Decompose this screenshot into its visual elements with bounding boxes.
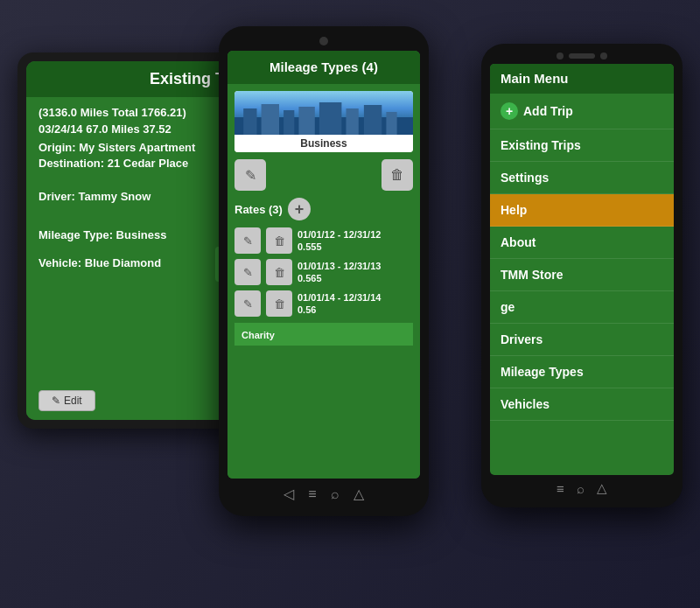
- camera-dot-icon: [556, 52, 564, 59]
- rate-item-3: ✎ 🗑 01/01/14 - 12/31/14 0.56: [234, 290, 413, 317]
- svg-rect-9: [243, 108, 256, 135]
- edit-mileage-button[interactable]: ✎: [234, 159, 266, 191]
- phone-right-screen: Main Menu + Add Trip Existing Trips Sett…: [490, 64, 674, 475]
- rates-label: Rates (3): [234, 203, 283, 216]
- business-label: Business: [234, 135, 413, 152]
- speaker-icon: [569, 53, 595, 59]
- delete-rate2-button[interactable]: 🗑: [266, 259, 292, 285]
- edit-label: Edit: [64, 395, 82, 407]
- rate2-text: 01/01/13 - 12/31/13 0.565: [298, 260, 381, 285]
- right-menu-icon[interactable]: ≡: [556, 481, 564, 496]
- phone-center-body: Business ✎ 🗑 Rates (3) + ✎ 🗑 01/01: [228, 84, 420, 479]
- menu-item-about[interactable]: About: [490, 227, 674, 259]
- menu-help-label: Help: [500, 203, 527, 217]
- svg-rect-12: [298, 107, 314, 135]
- edit-rate1-button[interactable]: ✎: [234, 227, 261, 254]
- delete-rate3-button[interactable]: 🗑: [266, 290, 292, 317]
- rate1-value: 0.555: [298, 241, 381, 253]
- delete-rate1-button[interactable]: 🗑: [266, 227, 292, 254]
- tablet-driver-name: Driver: Tammy Snow: [38, 190, 236, 203]
- rate-item-2: ✎ 🗑 01/01/13 - 12/31/13 0.565: [234, 259, 413, 285]
- menu-language-label: ge: [500, 300, 514, 314]
- scene: Existing Trips (59) (3136.0 Miles Total …: [0, 0, 700, 608]
- phone-right-device: Main Menu + Add Trip Existing Trips Sett…: [481, 44, 682, 507]
- rate3-text: 01/01/14 - 12/31/14 0.56: [298, 291, 381, 317]
- menu-item-vehicles[interactable]: Vehicles: [490, 388, 674, 421]
- right-home-icon[interactable]: △: [597, 480, 607, 496]
- sensor-dot-icon: [600, 52, 607, 59]
- back-nav-icon[interactable]: ◁: [284, 486, 294, 502]
- rates-row: Rates (3) +: [234, 198, 413, 220]
- phone-center-screen: Mileage Types (4): [228, 51, 420, 479]
- menu-item-existing-trips[interactable]: Existing Trips: [490, 129, 674, 162]
- phone-center-nav: ◁ ≡ ⌕ △: [226, 479, 422, 506]
- menu-vehicles-label: Vehicles: [500, 397, 550, 411]
- phone-right-top: [556, 52, 607, 59]
- svg-rect-15: [364, 105, 382, 135]
- rate1-text: 01/01/12 - 12/31/12 0.555: [298, 228, 381, 254]
- delete-mileage-button[interactable]: 🗑: [382, 159, 413, 191]
- front-camera-icon: [319, 37, 328, 45]
- charity-preview: Charity: [234, 322, 413, 346]
- charity-label: Charity: [242, 330, 275, 340]
- menu-item-settings[interactable]: Settings: [490, 162, 674, 194]
- add-trip-icon: +: [500, 102, 518, 120]
- svg-rect-14: [346, 108, 359, 135]
- svg-rect-11: [284, 110, 294, 135]
- menu-item-help[interactable]: Help: [490, 194, 674, 227]
- menu-item-language[interactable]: ge: [490, 291, 674, 324]
- phone-right-nav: ≡ ⌕ △: [487, 475, 676, 499]
- rate1-date: 01/01/12 - 12/31/12: [298, 228, 381, 241]
- menu-drivers-label: Drivers: [500, 332, 542, 346]
- svg-rect-13: [319, 102, 342, 135]
- menu-settings-label: Settings: [500, 171, 549, 185]
- rate2-date: 01/01/13 - 12/31/13: [298, 260, 381, 272]
- rate3-value: 0.56: [298, 304, 381, 316]
- menu-tmm-store-label: TMM Store: [500, 268, 564, 282]
- rate2-value: 0.565: [298, 272, 381, 284]
- menu-item-drivers[interactable]: Drivers: [490, 324, 674, 356]
- city-skyline-icon: [234, 100, 413, 135]
- menu-item-add-trip[interactable]: + Add Trip: [490, 94, 674, 129]
- business-card: Business: [234, 91, 413, 152]
- right-search-icon[interactable]: ⌕: [577, 481, 584, 496]
- edit-pencil-icon: ✎: [52, 395, 60, 407]
- phone-center-header: Mileage Types (4): [228, 51, 420, 84]
- main-menu-title: Main Menu: [500, 71, 569, 86]
- edit-rate3-button[interactable]: ✎: [234, 290, 261, 317]
- menu-item-mileage-types[interactable]: Mileage Types: [490, 356, 674, 388]
- menu-add-trip-label: Add Trip: [523, 104, 573, 118]
- business-image: [234, 91, 413, 135]
- menu-existing-trips-label: Existing Trips: [500, 138, 581, 152]
- main-menu-header: Main Menu: [490, 64, 674, 94]
- svg-rect-10: [262, 104, 279, 135]
- svg-rect-16: [386, 112, 396, 135]
- home-nav-icon[interactable]: △: [354, 486, 364, 502]
- mileage-types-title: Mileage Types (4): [270, 59, 378, 74]
- edit-button[interactable]: ✎ Edit: [38, 390, 95, 411]
- edit-rate2-button[interactable]: ✎: [234, 259, 261, 285]
- tablet-vehicle-label: Vehicle: Blue Diamond: [38, 256, 208, 269]
- rate3-date: 01/01/14 - 12/31/14: [298, 291, 381, 304]
- add-rate-button[interactable]: +: [288, 198, 311, 220]
- menu-nav-icon[interactable]: ≡: [308, 486, 316, 502]
- rate-item-1: ✎ 🗑 01/01/12 - 12/31/12 0.555: [234, 227, 413, 254]
- menu-mileage-types-label: Mileage Types: [500, 365, 584, 379]
- menu-item-tmm-store[interactable]: TMM Store: [490, 259, 674, 291]
- menu-about-label: About: [500, 235, 536, 249]
- phone-center-device: Mileage Types (4): [219, 26, 429, 516]
- action-row: ✎ 🗑: [234, 159, 413, 191]
- search-nav-icon[interactable]: ⌕: [331, 486, 340, 502]
